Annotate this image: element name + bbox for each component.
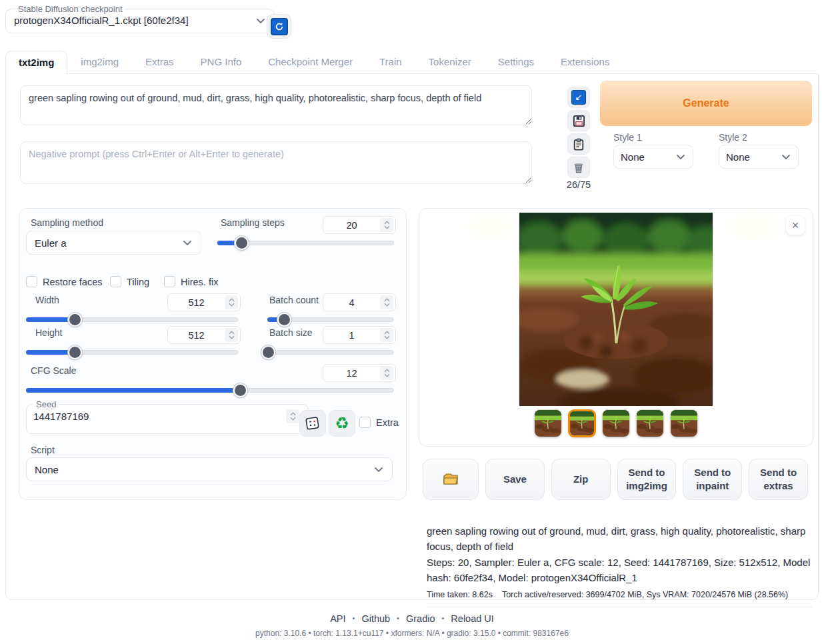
spinner-arrows[interactable] — [380, 328, 393, 342]
chevron-down-icon — [255, 15, 266, 26]
zip-button[interactable]: Zip — [551, 459, 611, 500]
height-input[interactable]: 512 — [167, 326, 241, 344]
close-gallery-button[interactable]: × — [786, 216, 805, 235]
script-select[interactable]: None — [26, 457, 393, 481]
batch-count-value: 4 — [323, 297, 380, 308]
slider-handle[interactable] — [233, 383, 247, 397]
gallery-thumbnail-1[interactable] — [534, 409, 562, 437]
footer-link-reload-ui[interactable]: Reload UI — [451, 613, 493, 624]
tab-settings[interactable]: Settings — [485, 50, 547, 74]
batch-count-input[interactable]: 4 — [323, 293, 396, 311]
apply-style-button[interactable] — [567, 133, 590, 155]
tab-bar: txt2imgimg2imgExtrasPNG InfoCheckpoint M… — [5, 51, 623, 74]
vram-stats: Torch active/reserved: 3699/4702 MiB, Sy… — [502, 590, 788, 599]
height-value: 512 — [168, 330, 225, 341]
close-icon: × — [792, 219, 799, 233]
spinner-arrows[interactable] — [380, 295, 393, 309]
paste-generation-params-button[interactable]: ↙ — [567, 87, 590, 108]
spinner-arrows[interactable] — [380, 366, 393, 380]
slider-handle[interactable] — [277, 313, 291, 327]
tab-img2img[interactable]: img2img — [67, 50, 132, 74]
save-style-button[interactable] — [567, 110, 590, 131]
batch-size-label: Batch size — [269, 327, 313, 338]
gallery-thumbnail-5[interactable] — [670, 409, 698, 437]
width-input[interactable]: 512 — [167, 293, 241, 311]
gallery-thumbnail-4[interactable] — [636, 409, 664, 437]
batch-size-input[interactable]: 1 — [323, 326, 396, 344]
seed-value: 1441787169 — [33, 411, 89, 422]
generate-button[interactable]: Generate — [600, 81, 812, 126]
gallery-thumbnail-3[interactable] — [602, 409, 630, 437]
sampling-method-select[interactable]: Euler a — [26, 231, 201, 255]
recycle-icon: ♻ — [335, 415, 349, 431]
negative-prompt-input[interactable] — [20, 141, 532, 184]
script-label: Script — [31, 445, 55, 455]
tab-txt2img[interactable]: txt2img — [5, 51, 67, 75]
slider-handle[interactable] — [261, 345, 275, 359]
send-to-img2img-button[interactable]: Send to img2img — [617, 459, 677, 500]
footer-link-api[interactable]: API — [330, 613, 345, 624]
restore-faces-checkbox[interactable]: Restore faces — [26, 276, 102, 287]
style2-select[interactable]: None — [719, 145, 799, 169]
spinner-arrows[interactable] — [225, 295, 238, 309]
slider-handle[interactable] — [235, 236, 249, 250]
random-seed-button[interactable] — [299, 410, 326, 437]
cfg-scale-slider[interactable] — [26, 383, 394, 395]
trash-icon — [573, 161, 585, 174]
clear-prompt-button[interactable] — [567, 157, 590, 178]
seed-label: Seed — [33, 399, 59, 409]
tiling-checkbox[interactable]: Tiling — [110, 276, 149, 287]
batch-count-label: Batch count — [269, 295, 319, 305]
spinner-arrows[interactable] — [225, 328, 238, 342]
token-counter: 26/75 — [565, 179, 592, 190]
tab-train[interactable]: Train — [366, 50, 415, 74]
sampling-steps-slider[interactable] — [217, 236, 394, 248]
footer-link-gradio[interactable]: Gradio — [406, 613, 435, 624]
script-value: None — [35, 464, 59, 475]
footer-versions: python: 3.10.6 • torch: 1.13.1+cu117 • x… — [0, 629, 824, 638]
width-slider[interactable] — [26, 313, 238, 325]
gallery-thumbnail-2[interactable] — [568, 409, 596, 437]
tab-png-info[interactable]: PNG Info — [187, 50, 255, 74]
send-to-inpaint-button[interactable]: Send to inpaint — [683, 459, 742, 500]
paste-arrow-icon: ↙ — [571, 90, 586, 105]
chevron-down-icon — [182, 237, 193, 248]
seed-input[interactable]: Seed 1441787169 — [26, 399, 309, 434]
txt2img-settings-panel: Sampling method Euler a Sampling steps 2… — [19, 208, 407, 500]
gallery-thumbnails — [419, 409, 813, 437]
sampling-steps-input[interactable]: 20 — [323, 216, 396, 234]
prompt-input[interactable]: green sapling rowing out of ground, mud,… — [20, 85, 532, 125]
style1-select[interactable]: None — [613, 145, 693, 169]
generation-info-prompt: green sapling rowing out of ground, mud,… — [427, 523, 812, 555]
tab-extensions[interactable]: Extensions — [547, 50, 623, 74]
height-slider[interactable] — [26, 345, 238, 357]
cfg-scale-input[interactable]: 12 — [323, 364, 396, 382]
width-label: Width — [35, 295, 59, 305]
cfg-scale-value: 12 — [323, 368, 380, 379]
footer: API•Github•Gradio•Reload UI python: 3.10… — [0, 613, 824, 638]
tab-extras[interactable]: Extras — [132, 50, 187, 74]
refresh-checkpoint-button[interactable] — [267, 14, 291, 39]
send-to-extras-button[interactable]: Send to extras — [749, 459, 808, 500]
footer-link-github[interactable]: Github — [361, 613, 390, 624]
spinner-arrows[interactable] — [380, 218, 393, 232]
open-folder-button[interactable] — [423, 459, 479, 500]
hires-fix-checkbox[interactable]: Hires. fix — [164, 276, 218, 287]
slider-handle[interactable] — [68, 345, 82, 359]
spinner-arrows[interactable] — [286, 409, 299, 423]
extra-seed-checkbox[interactable]: Extra — [359, 417, 399, 428]
tab-tokenizer[interactable]: Tokenizer — [415, 50, 485, 74]
reuse-seed-button[interactable]: ♻ — [329, 410, 355, 437]
checkpoint-dropdown[interactable]: Stable Diffusion checkpoint protogenX34O… — [5, 4, 275, 33]
checkbox-box — [359, 417, 371, 428]
save-button[interactable]: Save — [485, 459, 545, 500]
slider-handle[interactable] — [68, 313, 82, 327]
tab-checkpoint-merger[interactable]: Checkpoint Merger — [255, 50, 366, 74]
generated-image[interactable] — [519, 213, 713, 406]
chevron-down-icon — [781, 151, 791, 162]
style1-value: None — [621, 151, 645, 163]
batch-count-slider[interactable] — [267, 313, 394, 325]
batch-size-slider[interactable] — [267, 345, 394, 357]
dice-icon — [305, 416, 320, 431]
width-value: 512 — [168, 297, 225, 308]
